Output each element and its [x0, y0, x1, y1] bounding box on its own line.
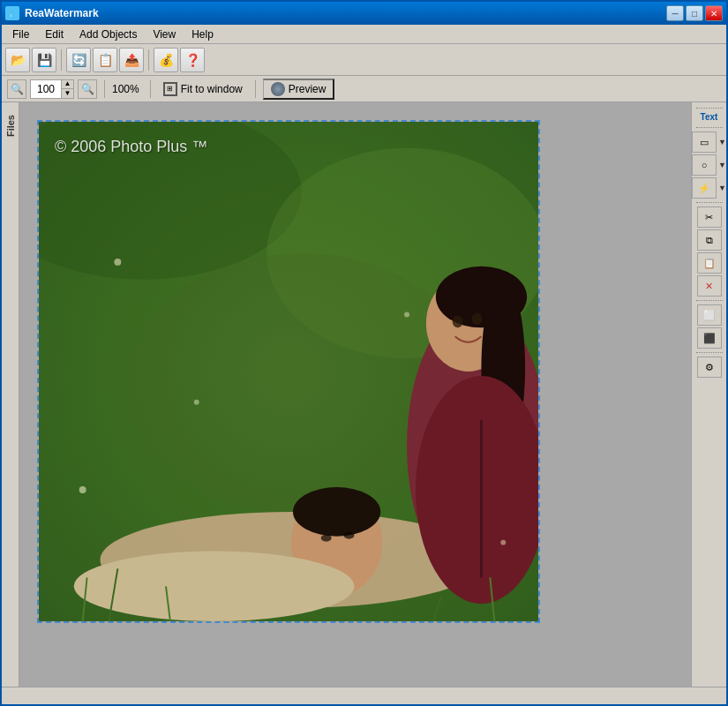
svg-point-15	[453, 315, 463, 327]
zoom-out-icon: 🔍	[11, 83, 24, 95]
export-button[interactable]: 📤	[119, 48, 144, 72]
right-toolbar: Text ▭ ▼ ○ ▼ ⚡ ▼ ✂ ⧉ 📋 ✕ ⬜ ⬛ ⚙	[691, 102, 726, 687]
zoom-sep-1	[104, 80, 105, 98]
fit-icon: ⊞	[163, 82, 177, 96]
zoom-bar: 🔍 ▲ ▼ 🔍 100% ⊞ Fit to window Preview	[2, 76, 726, 102]
menu-file[interactable]: File	[5, 26, 36, 42]
svg-point-28	[500, 540, 506, 545]
image-container: © 2006 Photo Plus ™	[37, 120, 540, 623]
zoom-spin-down[interactable]: ▼	[61, 89, 73, 98]
fit-label: Fit to window	[181, 83, 243, 95]
right-sep-4	[696, 352, 723, 353]
files-label[interactable]: Files	[4, 111, 18, 140]
menu-bar: File Edit Add Objects View Help	[2, 25, 726, 44]
menu-add-objects[interactable]: Add Objects	[72, 26, 144, 42]
right-sep-3	[696, 300, 723, 301]
maximize-button[interactable]: □	[686, 5, 703, 21]
layer-up-tool[interactable]: ⬜	[697, 304, 722, 326]
main-area: Files	[2, 102, 726, 687]
toolbar-sep-2	[148, 49, 149, 71]
preview-button[interactable]: Preview	[263, 79, 335, 100]
watermark-text: © 2006 Photo Plus ™	[55, 138, 207, 156]
svg-point-7	[293, 487, 380, 537]
svg-point-26	[194, 400, 199, 405]
toolbar: 📂 💾 🔄 📋 📤 💰 ❓	[2, 44, 726, 76]
canvas-area[interactable]: © 2006 Photo Plus ™	[19, 102, 691, 687]
photo-svg	[39, 122, 538, 621]
save-button[interactable]: 💾	[32, 48, 56, 72]
help-button[interactable]: ❓	[180, 48, 205, 72]
fit-to-window-button[interactable]: ⊞ Fit to window	[158, 80, 248, 98]
save-as-button[interactable]: 📋	[93, 48, 117, 72]
rectangle-tool-group: ▭ ▼	[692, 131, 726, 153]
zoom-sep-2	[150, 80, 151, 98]
zoom-in-button[interactable]: 🔍	[78, 79, 97, 99]
ellipse-tool[interactable]: ○	[692, 154, 717, 176]
title-bar: 💧 ReaWatermark ─ □ ✕	[2, 2, 726, 25]
app-icon: 💧	[5, 6, 19, 20]
zoom-input-container: ▲ ▼	[30, 79, 74, 99]
zoom-in-icon: 🔍	[81, 83, 94, 95]
zoom-out-button[interactable]: 🔍	[7, 79, 26, 99]
shape-tool-group: ⚡ ▼	[692, 177, 726, 199]
zoom-input[interactable]	[31, 80, 61, 98]
zoom-spinners: ▲ ▼	[61, 80, 73, 98]
preview-icon	[271, 82, 285, 96]
right-sep-top	[696, 108, 723, 109]
right-sep-2	[696, 202, 723, 203]
zoom-spin-up[interactable]: ▲	[61, 80, 73, 89]
title-buttons: ─ □ ✕	[666, 5, 723, 21]
svg-point-25	[404, 312, 409, 317]
settings-tool[interactable]: ⚙	[697, 357, 722, 378]
refresh-button[interactable]: 🔄	[66, 48, 91, 72]
menu-help[interactable]: Help	[184, 26, 221, 42]
right-sep-1	[696, 127, 723, 128]
rectangle-arrow[interactable]: ▼	[718, 138, 726, 146]
shape-tool[interactable]: ⚡	[692, 177, 717, 199]
text-tool-label[interactable]: Text	[701, 112, 718, 122]
title-bar-left: 💧 ReaWatermark	[5, 6, 99, 20]
svg-point-10	[74, 552, 355, 621]
files-sidebar[interactable]: Files	[2, 102, 19, 687]
paste-tool[interactable]: 📋	[697, 252, 722, 274]
preview-label: Preview	[289, 83, 326, 95]
svg-point-8	[321, 535, 332, 542]
money-button[interactable]: 💰	[154, 48, 178, 72]
main-window: 💧 ReaWatermark ─ □ ✕ File Edit Add Objec…	[0, 0, 728, 706]
cut-tool[interactable]: ✂	[697, 207, 722, 228]
svg-point-16	[472, 312, 483, 325]
window-title: ReaWatermark	[25, 7, 99, 19]
copy-tool[interactable]: ⧉	[697, 229, 722, 251]
shape-arrow[interactable]: ▼	[718, 184, 726, 192]
zoom-percent-label: 100%	[112, 83, 139, 95]
zoom-sep-3	[255, 80, 256, 98]
rectangle-tool[interactable]: ▭	[692, 131, 717, 153]
menu-edit[interactable]: Edit	[38, 26, 71, 42]
svg-point-9	[344, 532, 355, 539]
svg-point-24	[114, 259, 121, 266]
svg-point-27	[79, 486, 86, 493]
ellipse-tool-group: ○ ▼	[692, 154, 726, 176]
close-button[interactable]: ✕	[705, 5, 723, 21]
status-bar	[2, 687, 726, 704]
open-button[interactable]: 📂	[5, 48, 30, 72]
minimize-button[interactable]: ─	[666, 5, 684, 21]
ellipse-arrow[interactable]: ▼	[718, 161, 726, 169]
toolbar-sep-1	[61, 49, 62, 71]
delete-tool[interactable]: ✕	[697, 275, 722, 297]
menu-view[interactable]: View	[146, 26, 183, 42]
layer-down-tool[interactable]: ⬛	[697, 327, 722, 349]
